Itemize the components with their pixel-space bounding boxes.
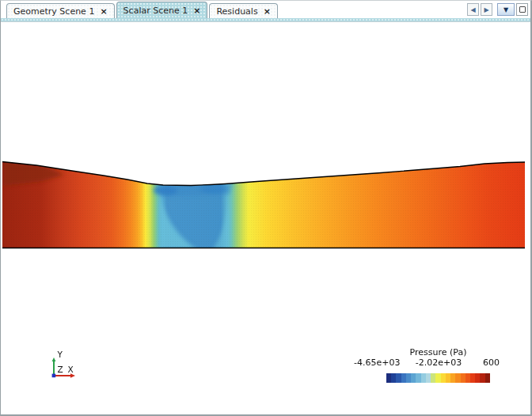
tab-residuals[interactable]: Residuals × bbox=[209, 3, 277, 18]
tab-controls: ◀ ▶ ▼ bbox=[467, 3, 528, 16]
scroll-tabs-left-button[interactable]: ◀ bbox=[467, 3, 479, 16]
tab-scalar-scene[interactable]: Scalar Scene 1 × bbox=[116, 2, 208, 18]
legend-mid-label: -2.02e+03 bbox=[416, 357, 462, 368]
active-tab-strip bbox=[1, 18, 530, 21]
scene-panel-window: Geometry Scene 1 × Scalar Scene 1 × Resi… bbox=[0, 0, 532, 416]
tab-label: Residuals bbox=[216, 6, 257, 17]
close-icon[interactable]: × bbox=[193, 6, 200, 15]
scroll-tabs-right-button[interactable]: ▶ bbox=[481, 3, 492, 16]
tab-geometry-scene[interactable]: Geometry Scene 1 × bbox=[6, 3, 115, 18]
tab-list-dropdown-button[interactable]: ▼ bbox=[497, 3, 515, 16]
close-icon[interactable]: × bbox=[264, 7, 271, 16]
tab-bar: Geometry Scene 1 × Scalar Scene 1 × Resi… bbox=[1, 1, 530, 18]
tab-label: Geometry Scene 1 bbox=[13, 6, 94, 17]
colorbar-band bbox=[485, 373, 490, 383]
maximize-icon bbox=[519, 6, 526, 13]
close-icon[interactable]: × bbox=[100, 7, 107, 16]
legend-min-label: -4.65e+03 bbox=[354, 357, 400, 368]
legend-colorbar[interactable] bbox=[386, 373, 490, 383]
right-arrow-icon: ▶ bbox=[484, 6, 488, 13]
scalar-legend: Pressure (Pa) -4.65e+03 -2.02e+03 600 bbox=[354, 347, 500, 385]
maximize-button[interactable] bbox=[516, 3, 528, 16]
chevron-down-icon: ▼ bbox=[504, 6, 508, 13]
tab-label: Scalar Scene 1 bbox=[124, 6, 188, 16]
left-arrow-icon: ◀ bbox=[470, 6, 475, 13]
legend-title: Pressure (Pa) bbox=[386, 347, 490, 357]
legend-max-label: 600 bbox=[483, 357, 500, 368]
